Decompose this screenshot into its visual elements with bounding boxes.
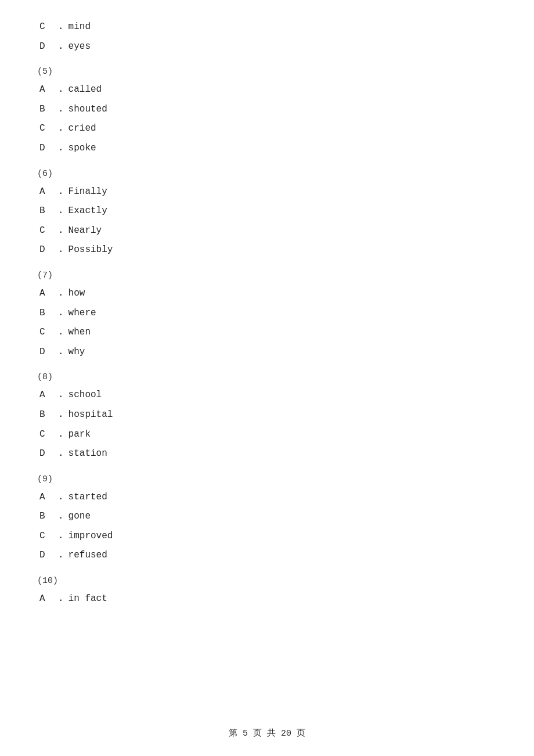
option-dot: . <box>58 388 64 403</box>
list-item: B.gone <box>35 507 499 527</box>
option-text: in fact <box>68 592 107 607</box>
option-letter: A <box>39 592 56 607</box>
question-number: (9) <box>35 474 499 484</box>
option-letter: C <box>39 121 56 136</box>
option-letter: A <box>39 185 56 200</box>
list-item: A.called <box>35 80 499 100</box>
option-letter: C <box>39 20 56 35</box>
question-group: (6)A.FinallyB.ExactlyC.NearlyD.Possibly <box>35 169 499 260</box>
page-footer: 第 5 页 共 20 页 <box>0 728 534 739</box>
list-item: C . mind <box>35 17 499 37</box>
option-letter: C <box>39 529 56 544</box>
list-item: B.where <box>35 304 499 323</box>
question-group: (5)A.calledB.shoutedC.criedD.spoke <box>35 67 499 158</box>
option-text: school <box>68 388 102 403</box>
option-text: eyes <box>68 39 91 55</box>
option-letter: A <box>39 82 56 98</box>
option-letter: C <box>39 427 56 442</box>
list-item: D.refused <box>35 546 499 566</box>
option-text: improved <box>68 529 113 544</box>
option-letter: D <box>39 447 56 462</box>
list-item: A.school <box>35 386 499 405</box>
option-dot: . <box>58 286 64 301</box>
option-text: Finally <box>68 185 107 200</box>
option-dot: . <box>58 325 64 340</box>
option-letter: B <box>39 306 56 321</box>
option-letter: D <box>39 345 56 360</box>
list-item: D . eyes <box>35 37 499 57</box>
list-item: D.why <box>35 343 499 362</box>
option-letter: A <box>39 388 56 403</box>
option-dot: . <box>58 185 64 200</box>
option-letter: B <box>39 204 56 219</box>
option-letter: D <box>39 243 56 258</box>
option-text: cried <box>68 121 96 136</box>
option-dot: . <box>58 427 64 442</box>
option-dot: . <box>58 39 64 55</box>
option-text: spoke <box>68 141 96 156</box>
list-item: B.shouted <box>35 100 499 120</box>
option-letter: B <box>39 408 56 423</box>
option-dot: . <box>58 243 64 258</box>
question-number: (10) <box>35 576 499 586</box>
option-letter: A <box>39 490 56 505</box>
option-text: Nearly <box>68 224 102 239</box>
option-letter: B <box>39 102 56 117</box>
option-dot: . <box>58 490 64 505</box>
list-item: B.Exactly <box>35 201 499 221</box>
question-number: (8) <box>35 372 499 382</box>
option-dot: . <box>58 82 64 98</box>
option-dot: . <box>58 509 64 524</box>
option-dot: . <box>58 121 64 136</box>
option-dot: . <box>58 529 64 544</box>
list-item: C.cried <box>35 119 499 139</box>
option-dot: . <box>58 447 64 462</box>
question-group: (8)A.schoolB.hospitalC.parkD.station <box>35 372 499 463</box>
option-text: called <box>68 82 102 98</box>
option-dot: . <box>58 306 64 321</box>
option-letter: B <box>39 509 56 524</box>
list-item: C.park <box>35 425 499 445</box>
option-letter: D <box>39 39 56 55</box>
option-dot: . <box>58 592 64 607</box>
list-item: B.hospital <box>35 405 499 425</box>
list-item: D.station <box>35 444 499 464</box>
option-dot: . <box>58 345 64 360</box>
question-number: (7) <box>35 271 499 280</box>
option-dot: . <box>58 224 64 239</box>
option-text: started <box>68 490 107 505</box>
question-number: (5) <box>35 67 499 77</box>
option-letter: D <box>39 141 56 156</box>
list-item: A.Finally <box>35 182 499 202</box>
option-text: shouted <box>68 102 107 117</box>
list-item: C.when <box>35 323 499 343</box>
preceding-options: C . mind D . eyes <box>35 17 499 56</box>
option-letter: C <box>39 224 56 239</box>
option-text: Exactly <box>68 204 107 219</box>
option-text: hospital <box>68 408 113 423</box>
option-text: how <box>68 286 85 301</box>
question-group: (9)A.startedB.goneC.improvedD.refused <box>35 474 499 566</box>
option-letter: C <box>39 325 56 340</box>
option-text: station <box>68 447 107 462</box>
option-text: why <box>68 345 85 360</box>
option-text: Possibly <box>68 243 113 258</box>
option-dot: . <box>58 20 64 35</box>
list-item: D.spoke <box>35 139 499 159</box>
option-text: gone <box>68 509 91 524</box>
list-item: A.started <box>35 488 499 507</box>
option-dot: . <box>58 102 64 117</box>
questions-container: (5)A.calledB.shoutedC.criedD.spoke(6)A.F… <box>35 67 499 609</box>
option-text: park <box>68 427 91 442</box>
question-group: (7)A.howB.whereC.whenD.why <box>35 271 499 362</box>
option-dot: . <box>58 548 64 563</box>
option-letter: A <box>39 286 56 301</box>
option-text: when <box>68 325 91 340</box>
question-number: (6) <box>35 169 499 179</box>
question-group: (10)A.in fact <box>35 576 499 609</box>
list-item: D.Possibly <box>35 240 499 260</box>
option-letter: D <box>39 548 56 563</box>
list-item: C.Nearly <box>35 221 499 241</box>
list-item: A.how <box>35 284 499 304</box>
option-dot: . <box>58 141 64 156</box>
